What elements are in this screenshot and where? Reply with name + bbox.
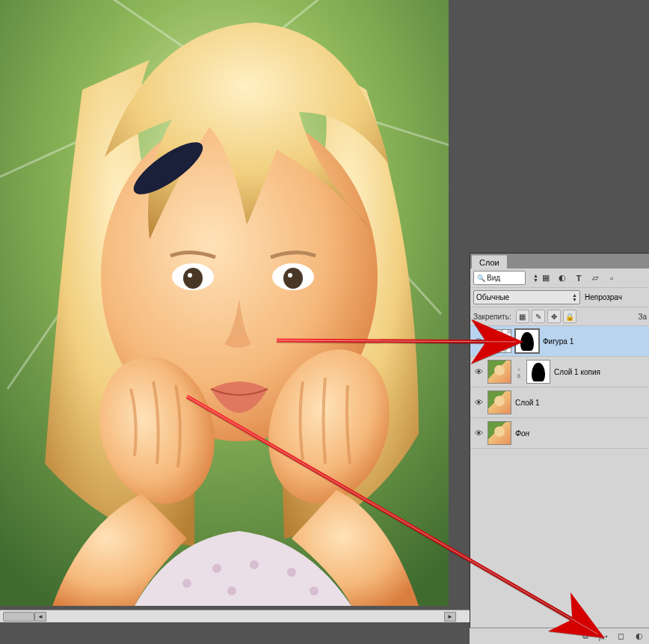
layer-filter-row: 🔍 Вид ▲▼ ▦ ◐ T ▱ ▫	[470, 269, 649, 287]
layer-row-layer-1[interactable]: 👁 Слой 1	[470, 387, 649, 418]
layer-thumbnail[interactable]	[487, 360, 511, 384]
layer-mask-thumbnail[interactable]	[526, 360, 550, 384]
filter-adjust-icon[interactable]: ◐	[556, 272, 569, 284]
lock-label: Закрепить:	[473, 313, 511, 321]
filter-smart-icon[interactable]: ▫	[605, 272, 618, 284]
layer-name[interactable]: Фигура 1	[543, 337, 573, 346]
layer-thumbnail[interactable]	[487, 421, 511, 445]
layers-panel: Слои 🔍 Вид ▲▼ ▦ ◐ T ▱ ▫ Обычные ▲▼	[470, 253, 649, 644]
blend-mode-value: Обычные	[476, 293, 509, 301]
add-mask-icon[interactable]: ◻	[615, 631, 627, 642]
fill-label: За	[638, 313, 647, 321]
filter-dropdown-arrows[interactable]: ▲▼	[529, 272, 536, 284]
new-adjustment-icon[interactable]: ◐	[633, 631, 645, 642]
filter-pixel-icon[interactable]: ▦	[539, 272, 553, 284]
lock-all-icon[interactable]: 🔒	[563, 310, 576, 323]
search-icon: 🔍	[477, 275, 485, 282]
layer-name[interactable]: Фон	[515, 429, 529, 438]
opacity-label: Непрозрач	[585, 293, 622, 301]
scroll-right-arrow[interactable]: ►	[444, 612, 456, 622]
svg-point-11	[188, 273, 192, 277]
visibility-toggle[interactable]: 👁	[473, 428, 484, 438]
layer-row-background[interactable]: 👁 Фон	[470, 418, 649, 449]
document-canvas[interactable]	[0, 0, 449, 606]
lock-row: Закрепить: ▦ ✎ ✥ 🔒 За	[470, 307, 649, 325]
layer-name[interactable]: Слой 1	[515, 399, 540, 407]
filter-type-label: Вид	[487, 274, 500, 282]
svg-point-18	[212, 564, 221, 573]
lock-transparent-icon[interactable]: ▦	[516, 310, 529, 323]
layer-thumbnail[interactable]	[487, 390, 511, 414]
svg-point-14	[288, 273, 292, 277]
svg-point-20	[287, 568, 296, 577]
smart-filter-link-icon: ▫8	[515, 361, 523, 383]
visibility-toggle[interactable]: 👁	[473, 397, 484, 408]
workspace: ◄ ► Слои 🔍 Вид ▲▼ ▦ ◐ T ▱ ▫	[0, 0, 649, 644]
canvas-image	[0, 0, 449, 606]
svg-point-17	[182, 579, 191, 588]
svg-point-21	[310, 586, 319, 595]
lock-position-icon[interactable]: ✥	[547, 310, 561, 323]
lock-pixels-icon[interactable]: ✎	[532, 310, 545, 323]
layers-panel-footer: ⧉ fx▾ ◻ ◐	[470, 628, 649, 644]
svg-point-22	[227, 586, 236, 595]
scrollbar-thumb[interactable]	[3, 612, 34, 622]
scroll-left-arrow[interactable]: ◄	[34, 612, 46, 622]
blend-mode-row: Обычные ▲▼ Непрозрач	[470, 288, 649, 307]
visibility-toggle[interactable]: 👁	[473, 336, 484, 346]
layer-mask-thumbnail[interactable]	[515, 329, 539, 353]
blend-mode-dropdown[interactable]: Обычные ▲▼	[473, 290, 580, 304]
layer-row-figure-1[interactable]: 👁 Фигура 1	[470, 326, 649, 357]
visibility-toggle[interactable]: 👁	[473, 367, 484, 377]
filter-shape-icon[interactable]: ▱	[588, 272, 602, 284]
svg-point-10	[183, 268, 203, 289]
layer-name[interactable]: Слой 1 копия	[554, 368, 600, 376]
svg-point-13	[283, 268, 303, 289]
layers-list: 👁 Фигура 1 👁 ▫8 Слой 1 копия 👁 Слой 1	[470, 326, 649, 644]
layer-filter-type[interactable]: 🔍 Вид	[473, 271, 526, 285]
horizontal-scrollbar[interactable]: ◄ ►	[0, 610, 470, 622]
layer-row-layer-1-copy[interactable]: 👁 ▫8 Слой 1 копия	[470, 357, 649, 387]
tab-layers[interactable]: Слои	[472, 255, 508, 269]
panel-tabs: Слои	[470, 254, 649, 269]
link-layers-icon[interactable]: ⧉	[579, 631, 591, 642]
canvas-area: ◄ ►	[0, 0, 470, 622]
fx-icon[interactable]: fx▾	[597, 631, 609, 642]
svg-point-19	[250, 560, 259, 569]
panels-dock: Слои 🔍 Вид ▲▼ ▦ ◐ T ▱ ▫ Обычные ▲▼	[470, 253, 649, 644]
filter-type-icon[interactable]: T	[572, 272, 585, 284]
layer-thumbnail[interactable]	[487, 329, 511, 353]
